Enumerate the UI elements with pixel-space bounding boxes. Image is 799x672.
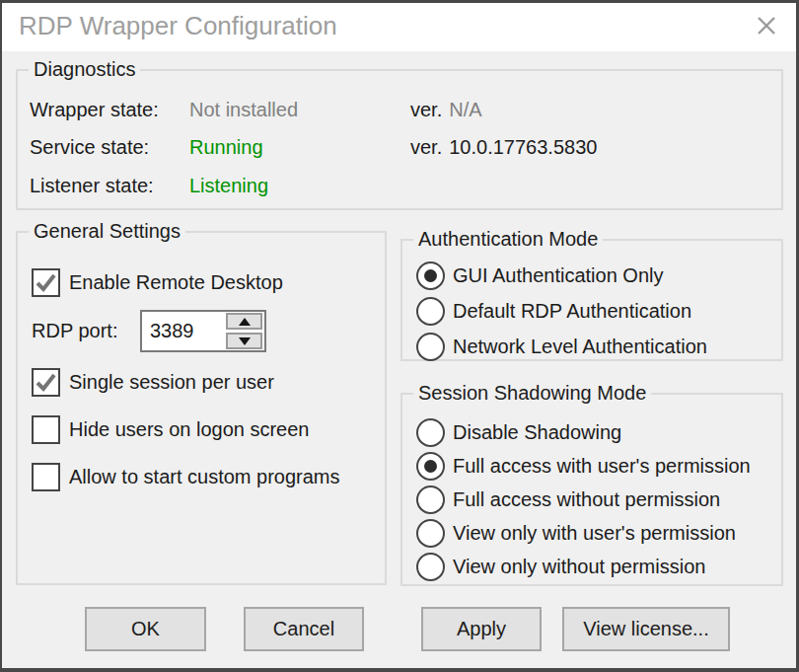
custom-programs-label[interactable]: Allow to start custom programs	[69, 466, 340, 488]
service-state-value: Running	[189, 136, 263, 159]
radio-dot	[424, 460, 437, 473]
rdp-port-input[interactable]	[142, 312, 227, 350]
checkmark-icon	[34, 270, 58, 295]
diagnostics-caption: Diagnostics	[29, 58, 140, 81]
single-session-row[interactable]: Single session per user	[32, 368, 274, 397]
full-access-with-permission-row[interactable]: Full access with user's permission	[416, 452, 751, 481]
network-level-authentication-row[interactable]: Network Level Authentication	[416, 333, 707, 361]
enable-remote-desktop-checkbox[interactable]	[32, 268, 60, 297]
rdp-port-field	[140, 310, 266, 352]
default-rdp-authentication-row[interactable]: Default RDP Authentication	[416, 297, 691, 326]
service-version-value: 10.0.17763.5830	[449, 136, 597, 158]
network-level-authentication-label[interactable]: Network Level Authentication	[453, 336, 707, 358]
checkmark-icon	[34, 370, 58, 395]
close-button[interactable]	[746, 6, 787, 45]
spin-down-icon	[239, 337, 251, 345]
service-state-row: Service state: Running ver.10.0.17763.58…	[18, 136, 781, 162]
spin-up-icon	[239, 318, 251, 326]
titlebar: RDP Wrapper Configuration	[0, 0, 799, 51]
view-only-with-permission-label[interactable]: View only with user's permission	[453, 522, 736, 545]
service-version: ver.10.0.17763.5830	[410, 136, 597, 159]
single-session-label[interactable]: Single session per user	[69, 371, 274, 394]
window-title: RDP Wrapper Configuration	[19, 11, 337, 41]
cancel-button[interactable]: Cancel	[244, 607, 364, 651]
spin-down-button[interactable]	[226, 333, 262, 349]
gui-authentication-label[interactable]: GUI Authentication Only	[453, 264, 663, 287]
hide-users-row[interactable]: Hide users on logon screen	[32, 415, 309, 444]
hide-users-label[interactable]: Hide users on logon screen	[69, 418, 309, 441]
ok-button[interactable]: OK	[85, 607, 206, 651]
enable-remote-desktop-row[interactable]: Enable Remote Desktop	[32, 268, 283, 297]
gui-authentication-row[interactable]: GUI Authentication Only	[416, 261, 663, 290]
default-rdp-authentication-radio[interactable]	[416, 297, 445, 326]
hide-users-checkbox[interactable]	[32, 415, 60, 444]
full-access-without-permission-label[interactable]: Full access without permission	[453, 488, 720, 511]
wrapper-version: ver.N/A	[410, 99, 482, 121]
view-only-with-permission-radio[interactable]	[416, 519, 445, 548]
diagnostics-groupbox: Diagnostics Wrapper state: Not installed…	[16, 69, 783, 210]
disable-shadowing-label[interactable]: Disable Shadowing	[453, 421, 621, 444]
listener-state-label: Listener state:	[30, 175, 154, 197]
general-settings-groupbox: General Settings Enable Remote Desktop R…	[16, 231, 387, 585]
authentication-mode-caption: Authentication Mode	[413, 228, 603, 251]
close-icon	[753, 12, 780, 39]
disable-shadowing-radio[interactable]	[416, 418, 445, 447]
network-level-authentication-radio[interactable]	[416, 333, 445, 361]
default-rdp-authentication-label[interactable]: Default RDP Authentication	[453, 300, 691, 323]
wrapper-version-value: N/A	[449, 99, 481, 120]
wrapper-state-value: Not installed	[189, 99, 298, 121]
rdp-wrapper-configuration-dialog: RDP Wrapper Configuration Diagnostics Wr…	[0, 0, 799, 672]
listener-state-row: Listener state: Listening	[18, 175, 781, 200]
view-only-without-permission-radio[interactable]	[416, 553, 445, 581]
authentication-mode-groupbox: Authentication Mode GUI Authentication O…	[400, 239, 783, 361]
full-access-with-permission-radio[interactable]	[416, 452, 445, 481]
general-settings-caption: General Settings	[29, 220, 185, 243]
rdp-port-spinner	[226, 313, 262, 349]
session-shadowing-mode-groupbox: Session Shadowing Mode Disable Shadowing…	[400, 393, 783, 586]
full-access-without-permission-radio[interactable]	[416, 485, 445, 514]
apply-button[interactable]: Apply	[421, 607, 542, 651]
full-access-without-permission-row[interactable]: Full access without permission	[416, 485, 720, 514]
service-state-label: Service state:	[30, 136, 149, 159]
version-prefix: ver.	[410, 136, 442, 158]
spin-up-button[interactable]	[226, 313, 262, 330]
rdp-port-label: RDP port:	[32, 320, 117, 342]
session-shadowing-mode-caption: Session Shadowing Mode	[413, 382, 651, 405]
listener-state-value: Listening	[189, 175, 268, 197]
view-license-button[interactable]: View license...	[562, 607, 730, 651]
single-session-checkbox[interactable]	[32, 368, 60, 397]
disable-shadowing-row[interactable]: Disable Shadowing	[416, 418, 621, 447]
custom-programs-row[interactable]: Allow to start custom programs	[32, 463, 340, 491]
gui-authentication-radio[interactable]	[416, 261, 445, 290]
enable-remote-desktop-label[interactable]: Enable Remote Desktop	[69, 271, 283, 294]
view-only-without-permission-row[interactable]: View only without permission	[416, 553, 705, 581]
wrapper-state-row: Wrapper state: Not installed ver.N/A	[18, 99, 781, 124]
view-only-without-permission-label[interactable]: View only without permission	[453, 556, 705, 578]
version-prefix: ver.	[410, 99, 442, 120]
custom-programs-checkbox[interactable]	[32, 463, 60, 491]
radio-dot	[424, 269, 437, 282]
full-access-with-permission-label[interactable]: Full access with user's permission	[453, 455, 751, 478]
view-only-with-permission-row[interactable]: View only with user's permission	[416, 519, 736, 548]
wrapper-state-label: Wrapper state:	[30, 99, 159, 121]
